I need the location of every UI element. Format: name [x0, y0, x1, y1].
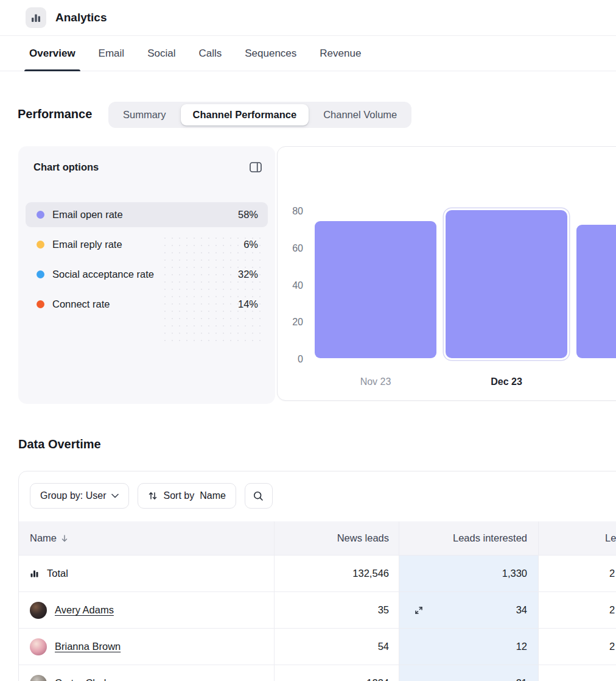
total-next-partial: 2 [609, 568, 615, 579]
sort-by-label: Sort by [163, 490, 194, 501]
sort-by-button[interactable]: Sort by Name [138, 483, 236, 509]
chart-options-list: Email open rate 58% Email reply rate 6% … [26, 202, 268, 317]
option-label: Email reply rate [52, 239, 243, 250]
user-name-cell: Avery Adams [19, 592, 275, 629]
app-header: Analytics [0, 0, 616, 36]
column-header-news-leads[interactable]: News leads [275, 521, 399, 556]
table-toolbar: Group by: User Sort by Name [30, 483, 273, 509]
avatar [30, 602, 47, 619]
option-label: Email open rate [52, 209, 238, 221]
next-partial: 2 [609, 604, 615, 616]
table-row-carter-clark: Carter Clark 1234 21 [19, 665, 616, 681]
bar-nov-23[interactable] [315, 221, 436, 358]
option-label: Connect rate [52, 298, 238, 310]
user-name-link[interactable]: Avery Adams [55, 604, 114, 616]
analytics-page: Analytics Overview Email Social Calls Se… [0, 0, 616, 681]
column-header-leads-interested[interactable]: Leads interested [399, 521, 539, 556]
arrow-down-icon [61, 534, 68, 543]
user-leads-interested: 34 [399, 592, 539, 629]
side-panel-icon[interactable] [248, 161, 263, 174]
option-email-open-rate[interactable]: Email open rate 58% [26, 202, 268, 227]
avatar [30, 675, 47, 681]
app-title: Analytics [55, 11, 107, 24]
option-value: 58% [238, 209, 258, 221]
data-table: Name News leads Leads interested Le [19, 521, 616, 681]
column-header-next[interactable]: Le [539, 521, 616, 556]
tab-sequences[interactable]: Sequences [245, 37, 296, 71]
table-row-total: Total 132,546 1,330 2 [19, 556, 616, 592]
user-name-link[interactable]: Brianna Brown [55, 641, 121, 652]
tab-calls[interactable]: Calls [198, 37, 222, 71]
segment-summary[interactable]: Summary [111, 104, 178, 125]
user-next-value: 2 [539, 592, 616, 629]
search-icon [253, 491, 264, 501]
tab-overview[interactable]: Overview [29, 37, 75, 71]
data-overtime-card: Group by: User Sort by Name [18, 471, 616, 681]
search-button[interactable] [245, 483, 273, 509]
group-by-button[interactable]: Group by: User [30, 483, 129, 509]
option-social-acceptance-rate[interactable]: Social acceptance rate 32% [26, 262, 268, 287]
column-header-news-leads-label: News leads [337, 532, 389, 544]
user-next-value [539, 665, 616, 681]
bar-chart-plot [278, 147, 616, 400]
avatar [30, 638, 47, 655]
column-header-name-label: Name [30, 532, 57, 544]
option-value: 32% [238, 269, 258, 280]
option-value: 14% [238, 298, 258, 310]
group-by-label: Group by: User [40, 490, 106, 501]
column-header-next-label: Le [605, 532, 616, 544]
column-header-name[interactable]: Name [19, 521, 275, 556]
tab-social[interactable]: Social [147, 37, 175, 71]
bar-chart-card: 020406080 Nov 23Dec 23 [277, 146, 616, 401]
expand-diagonal-icon[interactable] [414, 605, 424, 615]
total-news-leads: 132,546 [275, 556, 399, 592]
bar-dec-23[interactable] [446, 210, 567, 358]
table-header-row: Name News leads Leads interested Le [19, 521, 616, 556]
data-overtime-title: Data Overtime [18, 437, 101, 451]
leads-interested-value: 34 [516, 604, 527, 616]
user-news-leads: 35 [275, 592, 399, 629]
bar-chart-icon [30, 12, 41, 23]
chevron-down-icon [111, 493, 119, 498]
user-news-leads: 1234 [275, 665, 399, 681]
total-label: Total [47, 568, 68, 579]
option-email-reply-rate[interactable]: Email reply rate 6% [26, 232, 268, 257]
user-name-link[interactable]: Carter Clark [55, 677, 109, 681]
user-news-leads: 54 [275, 629, 399, 665]
table-row-avery-adams: Avery Adams 35 34 2 [19, 592, 616, 629]
column-header-leads-interested-label: Leads interested [453, 532, 527, 544]
legend-dot [37, 211, 44, 219]
tab-email[interactable]: Email [99, 37, 125, 71]
option-connect-rate[interactable]: Connect rate 14% [26, 292, 268, 317]
table-row-brianna-brown: Brianna Brown 54 12 2 [19, 629, 616, 665]
segment-channel-performance[interactable]: Channel Performance [181, 104, 309, 125]
user-leads-interested: 21 [399, 665, 539, 681]
user-leads-interested: 12 [399, 629, 539, 665]
next-partial: 2 [609, 641, 615, 652]
total-name-cell: Total [19, 556, 275, 592]
user-name-cell: Carter Clark [19, 665, 275, 681]
user-next-value: 2 [539, 629, 616, 665]
sort-by-value: Name [200, 490, 226, 501]
x-axis-label: Dec 23 [491, 376, 522, 387]
user-name-cell: Brianna Brown [19, 629, 275, 665]
chart-options-title: Chart options [33, 161, 99, 173]
arrows-up-down-icon [148, 491, 158, 501]
performance-title: Performance [18, 107, 92, 121]
tab-revenue[interactable]: Revenue [320, 37, 361, 71]
performance-segmented-control: Summary Channel Performance Channel Volu… [108, 102, 411, 128]
option-label: Social acceptance rate [52, 269, 238, 280]
nav-tabs: Overview Email Social Calls Sequences Re… [0, 37, 616, 71]
legend-dot [37, 270, 44, 278]
option-value: 6% [243, 239, 258, 250]
chart-options-header: Chart options [33, 161, 263, 174]
legend-dot [37, 241, 44, 249]
chart-options-card: Chart options Email open rate 58% Email … [18, 146, 275, 404]
segment-channel-volume[interactable]: Channel Volume [311, 104, 409, 125]
bar-chart-icon [30, 569, 39, 578]
app-logo [26, 7, 46, 28]
bar-partial[interactable] [576, 225, 616, 358]
total-leads-interested: 1,330 [399, 556, 539, 592]
legend-dot [37, 300, 44, 308]
x-axis-label: Nov 23 [360, 376, 391, 387]
